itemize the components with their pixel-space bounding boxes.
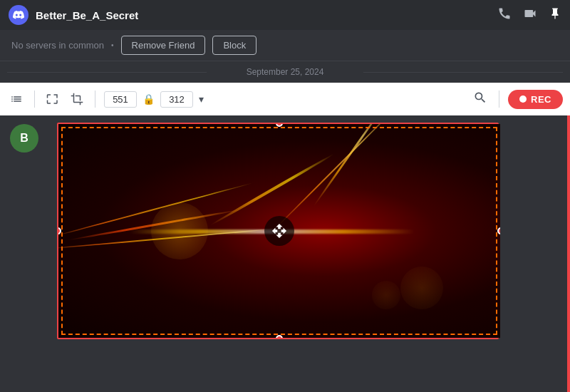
no-servers-text: No servers in common [11, 40, 104, 51]
height-input[interactable] [160, 91, 193, 108]
crop-icon[interactable] [68, 90, 86, 108]
video-icon[interactable] [523, 6, 537, 24]
resize-handle-right[interactable] [497, 227, 500, 234]
title-bar: Better_Be_A_Secret [0, 0, 570, 30]
toolbar-divider-1 [34, 91, 35, 108]
layout-icon[interactable] [7, 90, 26, 108]
search-button[interactable] [470, 88, 490, 111]
avatar: B [10, 124, 38, 153]
glow-circle-2 [400, 267, 443, 309]
width-input[interactable] [104, 91, 137, 108]
selected-image [58, 124, 500, 338]
phone-icon[interactable] [497, 6, 512, 24]
width-input-group [104, 91, 137, 108]
toolbar-divider-3 [499, 91, 499, 108]
pin-icon[interactable] [549, 7, 561, 24]
username-title: Better_Be_A_Secret [36, 9, 490, 21]
move-cursor-icon[interactable] [264, 216, 294, 246]
height-input-group [160, 91, 193, 108]
main-content: B [0, 115, 570, 392]
avatar-area: B [0, 123, 38, 153]
block-button[interactable]: Block [212, 36, 256, 55]
rec-dot [519, 96, 527, 103]
friend-bar: No servers in common • Remove Friend Blo… [0, 30, 570, 61]
resize-handle-bottom[interactable] [276, 335, 283, 338]
image-selection-container[interactable] [57, 123, 563, 341]
date-separator: September 25, 2024 [0, 61, 570, 83]
dot-separator: • [111, 41, 114, 49]
toolbar-divider-2 [95, 91, 95, 108]
rec-button[interactable]: REC [508, 90, 563, 109]
chevron-down-icon[interactable]: ▾ [199, 93, 204, 105]
image-wrapper [57, 123, 499, 339]
resize-handle-top[interactable] [276, 124, 283, 127]
discord-logo [9, 5, 28, 25]
toolbar: 🔒 ▾ REC [0, 83, 570, 115]
lock-icon: 🔒 [142, 93, 155, 105]
title-icon-group [497, 6, 561, 24]
glow-circle-3 [372, 281, 400, 309]
glow-circle-1 [151, 202, 208, 259]
fire-line-6 [313, 124, 388, 207]
remove-friend-button[interactable]: Remove Friend [121, 36, 206, 55]
right-accent-bar [567, 115, 570, 392]
screen-capture-icon[interactable] [43, 90, 62, 108]
